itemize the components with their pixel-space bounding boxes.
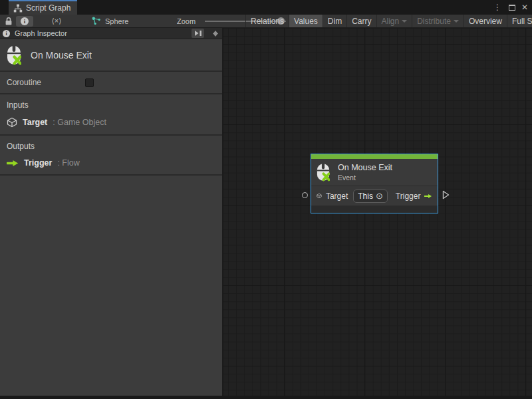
relations-label: Relations [251, 17, 284, 26]
inspector-toggle-button[interactable]: i [16, 16, 33, 27]
dim-button[interactable]: Dim [323, 15, 346, 27]
window-bottom-edge [0, 396, 532, 399]
chevron-down-icon [454, 20, 459, 25]
zoom-label: Zoom [177, 15, 196, 27]
distribute-dropdown[interactable]: Distribute [412, 15, 464, 27]
panel-scroll-arrows [211, 28, 219, 39]
cube-icon [317, 191, 322, 201]
titlebar: Script Graph ⋮ ✕ [0, 0, 532, 15]
mouse-exit-icon [317, 163, 330, 182]
lock-button[interactable] [3, 15, 15, 27]
carry-label: Carry [352, 17, 371, 26]
collapse-panel-icon [194, 30, 202, 37]
target-port-label: Target [326, 192, 348, 201]
target-value-button[interactable]: This ⊙ [353, 190, 388, 203]
graph-target-button[interactable]: Sphere [92, 15, 128, 27]
node-title: On Mouse Exit [338, 163, 392, 172]
target-value-label: This [358, 192, 373, 201]
node-subtitle: Event [338, 174, 392, 182]
node-titles: On Mouse Exit Event [338, 163, 392, 182]
distribute-label: Distribute [417, 17, 451, 26]
collapse-panel-button[interactable] [192, 29, 204, 38]
output-type: : Flow [57, 158, 79, 168]
input-target-row: Target : Game Object [7, 117, 222, 128]
inspector-empty-area [0, 176, 222, 396]
on-mouse-exit-node[interactable]: On Mouse Exit Event Target This ⊙ Trigge… [311, 154, 438, 213]
node-ports-row: Target This ⊙ Trigger [311, 186, 438, 205]
graph-inspector-header: i Graph Inspector [0, 28, 222, 39]
graph-asset-icon [92, 17, 101, 25]
full-screen-button[interactable]: Full Screen [507, 15, 532, 27]
object-picker-icon: ⊙ [376, 192, 383, 200]
tab-label: Script Graph [26, 3, 70, 13]
output-connection-port[interactable] [442, 190, 450, 200]
maximize-icon[interactable] [509, 5, 515, 11]
output-name: Trigger [24, 158, 52, 168]
overview-button[interactable]: Overview [464, 15, 507, 27]
flow-arrow-icon [7, 160, 19, 167]
code-preview-button[interactable]: ⟨×⟩ [47, 15, 66, 27]
relations-button[interactable]: Relations [245, 15, 289, 27]
inputs-header: Inputs [7, 100, 222, 110]
full-screen-label: Full Screen [512, 17, 532, 26]
info-icon: i [3, 30, 10, 37]
graph-toolbar: i ⟨×⟩ Sphere Zoom 1x Relations Values [0, 15, 532, 28]
trigger-port-label: Trigger [396, 192, 421, 201]
input-type: : Game Object [53, 118, 106, 127]
graph-target-label: Sphere [105, 17, 128, 25]
graph-canvas[interactable]: On Mouse Exit Event Target This ⊙ Trigge… [223, 28, 532, 396]
flow-arrow-icon[interactable] [424, 192, 432, 200]
mouse-exit-icon [7, 45, 21, 65]
coroutine-checkbox[interactable] [85, 78, 94, 87]
input-name: Target [23, 118, 47, 127]
window-controls: ⋮ ✕ [492, 0, 531, 15]
toolbar-buttons: Relations Values Dim Carry Align Distrib… [245, 15, 532, 27]
output-trigger-row: Trigger : Flow [7, 158, 222, 168]
inputs-section: Inputs Target : Game Object [0, 94, 222, 136]
overview-label: Overview [469, 17, 502, 26]
graph-inspector-panel: i Graph Inspector On Mouse Exit [0, 28, 223, 396]
info-icon: i [21, 17, 29, 25]
close-icon[interactable]: ✕ [521, 3, 528, 11]
align-label: Align [382, 17, 400, 26]
chevron-down-icon [402, 20, 407, 25]
cube-icon [7, 117, 17, 128]
outputs-header: Outputs [7, 142, 222, 151]
coroutine-label: Coroutine [7, 78, 41, 87]
code-icon: ⟨×⟩ [51, 17, 61, 25]
event-accent-bar [311, 154, 438, 159]
input-connection-port[interactable] [302, 192, 308, 198]
unit-title-label: On Mouse Exit [31, 50, 92, 61]
node-header[interactable]: On Mouse Exit Event [311, 159, 438, 186]
chevron-down-icon[interactable] [213, 33, 218, 39]
values-label: Values [294, 17, 318, 26]
carry-button[interactable]: Carry [346, 15, 376, 27]
outputs-section: Outputs Trigger : Flow [0, 136, 222, 176]
unit-title-section: On Mouse Exit [0, 39, 222, 72]
lock-icon [5, 17, 13, 26]
node-footer [311, 205, 438, 213]
script-graph-window: Script Graph ⋮ ✕ i ⟨×⟩ [0, 0, 532, 399]
coroutine-row: Coroutine [0, 72, 222, 94]
graph-hierarchy-icon [13, 4, 23, 13]
dim-label: Dim [328, 17, 342, 26]
align-dropdown[interactable]: Align [376, 15, 412, 27]
graph-inspector-title: Graph Inspector [15, 29, 187, 37]
tab-script-graph[interactable]: Script Graph [9, 0, 77, 15]
values-button[interactable]: Values [289, 15, 323, 27]
menu-icon[interactable]: ⋮ [492, 3, 503, 11]
